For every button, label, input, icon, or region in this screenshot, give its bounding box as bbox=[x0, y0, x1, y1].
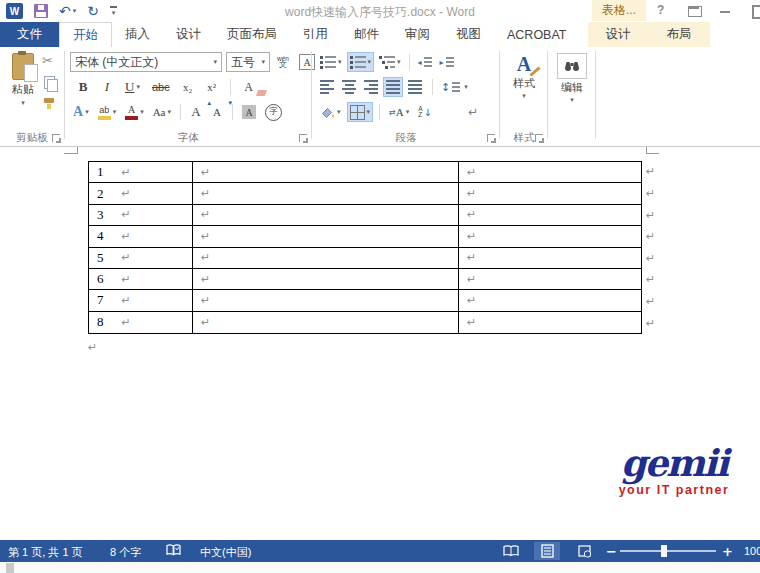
tab-design[interactable]: 设计 bbox=[163, 22, 214, 47]
tab-table-design[interactable]: 设计 bbox=[588, 22, 649, 47]
table-cell[interactable]: 1↵ bbox=[89, 162, 193, 183]
underline-button[interactable]: U ▾ bbox=[122, 77, 143, 97]
styles-button[interactable]: A 样式 ▾ bbox=[501, 47, 547, 100]
styles-dialog-launcher[interactable] bbox=[535, 134, 543, 142]
zoom-percentage[interactable]: 100% bbox=[744, 545, 760, 557]
subscript-button[interactable]: x₂ bbox=[179, 77, 197, 97]
tab-references[interactable]: 引用 bbox=[290, 22, 341, 47]
tab-table-layout[interactable]: 布局 bbox=[649, 22, 710, 47]
word-count[interactable]: 8 个字 bbox=[110, 545, 141, 560]
grow-font-button[interactable]: A ▴ bbox=[187, 102, 205, 122]
character-shading-button[interactable]: A bbox=[239, 102, 259, 122]
format-painter-button[interactable] bbox=[43, 97, 55, 109]
clear-formatting-button[interactable]: A bbox=[240, 77, 258, 97]
print-layout-button[interactable] bbox=[534, 542, 560, 560]
copy-button[interactable] bbox=[44, 76, 55, 89]
language-indicator[interactable]: 中文(中国) bbox=[200, 545, 251, 560]
tab-home[interactable]: 开始 bbox=[59, 22, 112, 47]
italic-button[interactable]: I bbox=[98, 77, 116, 97]
table-cell[interactable]: ↵ bbox=[459, 162, 641, 183]
phonetic-guide-button[interactable]: wén 文 bbox=[274, 52, 292, 72]
justify-button[interactable] bbox=[383, 77, 403, 97]
font-dialog-launcher[interactable] bbox=[299, 134, 307, 142]
zoom-slider-handle[interactable] bbox=[661, 545, 667, 557]
table-cell[interactable]: ↵ bbox=[459, 248, 641, 269]
font-name-select[interactable]: 宋体 (中文正文) ▾ bbox=[70, 52, 222, 72]
table-cell[interactable]: ↵ bbox=[459, 226, 641, 247]
table-cell[interactable]: 5↵ bbox=[89, 248, 193, 269]
text-effects-button[interactable]: A ▾ bbox=[70, 102, 92, 122]
font-size-select[interactable]: 五号 ▾ bbox=[226, 52, 270, 72]
table-tools-header: 表格... bbox=[592, 0, 646, 21]
shading-button[interactable]: ▾ bbox=[317, 102, 344, 122]
tab-review[interactable]: 审阅 bbox=[392, 22, 443, 47]
table-cell[interactable]: ↵ bbox=[193, 183, 459, 204]
highlight-color-button[interactable]: ab ▾ bbox=[95, 102, 120, 122]
paste-button[interactable]: 粘贴 ▾ bbox=[6, 53, 40, 107]
table-cell[interactable]: 2↵ bbox=[89, 183, 193, 204]
distribute-button[interactable] bbox=[405, 77, 427, 97]
shrink-font-button[interactable]: A ▾ bbox=[208, 102, 226, 122]
align-center-button[interactable] bbox=[339, 77, 359, 97]
tab-acrobat[interactable]: ACROBAT bbox=[494, 22, 580, 47]
table-cell[interactable]: ↵ bbox=[193, 269, 459, 290]
paint-bucket-icon bbox=[320, 106, 335, 119]
strikethrough-button[interactable]: abc bbox=[149, 77, 173, 97]
tab-mailings[interactable]: 邮件 bbox=[341, 22, 392, 47]
numbering-button[interactable]: ▾ bbox=[347, 52, 375, 72]
status-bar: 第 1 页, 共 1 页 8 个字 中文(中国) bbox=[0, 540, 760, 562]
align-left-button[interactable] bbox=[317, 77, 337, 97]
ribbon-display-options-button[interactable] bbox=[688, 6, 702, 17]
table-cell[interactable]: ↵ bbox=[193, 248, 459, 269]
align-right-button[interactable] bbox=[361, 77, 381, 97]
paragraph-dialog-launcher[interactable] bbox=[487, 134, 495, 142]
table-cell[interactable]: ↵ bbox=[193, 312, 459, 333]
proofing-status-icon[interactable] bbox=[166, 544, 181, 559]
change-case-button[interactable]: Aa ▾ bbox=[150, 102, 174, 122]
table-cell[interactable]: 8↵ bbox=[89, 312, 193, 333]
table-cell[interactable]: ↵ bbox=[459, 183, 641, 204]
cut-button[interactable]: ✂ bbox=[42, 53, 53, 68]
tab-page-layout[interactable]: 页面布局 bbox=[214, 22, 290, 47]
table-cell[interactable]: ↵ bbox=[459, 269, 641, 290]
help-button[interactable]: ? bbox=[657, 3, 664, 17]
increase-indent-button[interactable]: ▸ bbox=[437, 52, 457, 72]
table-cell[interactable]: ↵ bbox=[459, 290, 641, 311]
tab-view[interactable]: 视图 bbox=[443, 22, 494, 47]
table-cell[interactable]: ↵ bbox=[459, 205, 641, 226]
clipboard-dialog-launcher[interactable] bbox=[52, 134, 60, 142]
table-cell[interactable]: 6↵ bbox=[89, 269, 193, 290]
borders-button[interactable]: ▾ bbox=[347, 102, 374, 122]
page-indicator[interactable]: 第 1 页, 共 1 页 bbox=[8, 545, 83, 560]
maximize-button[interactable] bbox=[752, 5, 760, 19]
table-cell[interactable]: ↵ bbox=[193, 162, 459, 183]
superscript-button[interactable]: x² bbox=[203, 77, 221, 97]
asian-layout-button[interactable]: ⇄ A ▾ bbox=[386, 102, 412, 122]
zoom-out-button[interactable]: − bbox=[606, 544, 617, 559]
table-cell[interactable]: ↵ bbox=[193, 205, 459, 226]
tab-insert[interactable]: 插入 bbox=[112, 22, 163, 47]
enclose-characters-button[interactable]: 字 bbox=[262, 102, 285, 122]
multilevel-list-button[interactable]: ▾ bbox=[376, 52, 404, 72]
table-cell[interactable]: 7↵ bbox=[89, 290, 193, 311]
read-mode-button[interactable] bbox=[498, 542, 524, 560]
font-color-button[interactable]: A ▾ bbox=[122, 102, 147, 122]
table-cell[interactable]: 4↵ bbox=[89, 226, 193, 247]
line-spacing-button[interactable]: ↕ ▾ bbox=[438, 77, 471, 97]
zoom-in-button[interactable]: + bbox=[722, 544, 733, 559]
document-area[interactable]: 1↵ ↵ ↵ 2↵ ↵ ↵ 3↵ ↵ ↵ 4↵ ↵ ↵ 5↵ ↵ ↵ 6↵ ↵ … bbox=[0, 147, 760, 540]
editing-button[interactable]: 编辑 ▾ bbox=[549, 47, 595, 104]
table-cell[interactable]: ↵ bbox=[193, 290, 459, 311]
table-cell[interactable]: 3↵ bbox=[89, 205, 193, 226]
decrease-indent-button[interactable]: ◂ bbox=[415, 52, 435, 72]
web-layout-button[interactable] bbox=[572, 542, 598, 560]
minimize-button[interactable] bbox=[720, 11, 730, 13]
bullets-button[interactable]: ▾ bbox=[317, 52, 345, 72]
table-cell[interactable]: ↵ bbox=[459, 312, 641, 333]
bold-button[interactable]: B bbox=[74, 77, 92, 97]
sort-button[interactable]: A Z ↓ bbox=[415, 102, 435, 122]
table-cell[interactable]: ↵ bbox=[193, 226, 459, 247]
show-hide-marks-button[interactable]: ↵ bbox=[464, 102, 482, 122]
zoom-slider-track[interactable] bbox=[620, 550, 716, 552]
tab-file[interactable]: 文件 bbox=[0, 22, 59, 47]
